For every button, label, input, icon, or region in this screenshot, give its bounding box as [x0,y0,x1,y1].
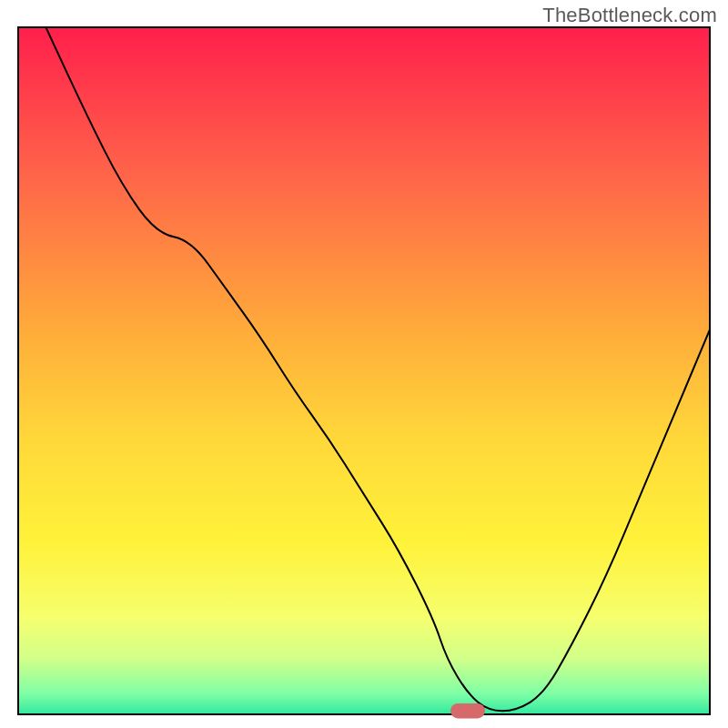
optimal-marker [450,703,485,719]
plot-background [18,27,710,714]
watermark-text: TheBottleneck.com [542,4,717,27]
bottleneck-chart [0,0,728,728]
chart-container: TheBottleneck.com [0,0,728,728]
